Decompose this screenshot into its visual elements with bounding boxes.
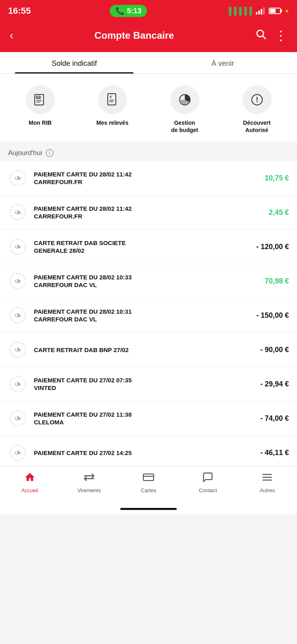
wifi-icon: ▐▐▐▐▐: [226, 7, 252, 15]
status-bar: 16:55 📞 5:13 ▐▐▐▐▐ ●: [0, 0, 297, 22]
autres-icon: [261, 472, 273, 485]
section-label: Aujourd'hui i: [0, 142, 297, 161]
transaction-icon: ↺ ✕: [8, 271, 27, 291]
transaction-amount: - 46,11 €: [260, 449, 289, 457]
svg-text:✕: ✕: [17, 416, 21, 421]
nav-autres[interactable]: Autres: [238, 472, 297, 493]
home-icon: [24, 472, 36, 485]
transaction-amount: - 150,00 €: [256, 311, 289, 320]
transactions-list: ↺ ✕ PAIEMENT CARTE DU 28/02 11:42CARREFO…: [0, 161, 297, 466]
svg-line-1: [263, 36, 265, 38]
table-row[interactable]: ↺ ✕ PAIEMENT CARTE DU 28/02 11:42CARREFO…: [0, 161, 297, 195]
signal-bars: [256, 7, 265, 15]
transaction-icon: ↺ ✕: [8, 374, 27, 394]
table-row[interactable]: ↺ ✕ PAIEMENT CARTE DU 28/02 10:31CARREFO…: [0, 298, 297, 333]
svg-text:✕: ✕: [17, 176, 21, 181]
table-row[interactable]: ↺ ✕ CARTE RETRAIT DAB BNP 27/02 - 90,00 …: [0, 333, 297, 367]
svg-text:✕: ✕: [17, 451, 21, 455]
page-title: Compte Bancaire: [94, 30, 174, 41]
search-button[interactable]: [255, 28, 266, 42]
tab-solde-indicatif[interactable]: Solde indicatif: [0, 52, 148, 73]
budget-icon-container: [170, 85, 199, 114]
nav-virements-label: Virements: [77, 487, 101, 493]
home-indicator-bar: [120, 508, 177, 510]
transaction-icon: ↺ ✕: [8, 203, 27, 222]
quick-action-budget[interactable]: Gestion de budget: [148, 85, 221, 134]
table-row[interactable]: ↺ ✕ CARTE RETRAIT DAB SOCIETEGENERALE 28…: [0, 230, 297, 264]
transaction-name: PAIEMENT CARTE DU 27/02 07:35Vinted: [34, 376, 254, 392]
transaction-amount: - 90,00 €: [260, 346, 289, 354]
transaction-amount: - 29,94 €: [260, 380, 289, 388]
nav-cartes[interactable]: Cartes: [119, 472, 178, 493]
transaction-details: CARTE RETRAIT DAB BNP 27/02: [34, 346, 254, 354]
transaction-icon: ↺ ✕: [8, 340, 27, 359]
nav-contact[interactable]: Contact: [178, 472, 238, 493]
status-time: 16:55: [8, 6, 31, 16]
transaction-icon: ↺ ✕: [8, 306, 27, 325]
table-row[interactable]: ↺ ✕ PAIEMENT CARTE DU 27/02 07:35Vinted …: [0, 367, 297, 401]
status-right: ▐▐▐▐▐ ●: [226, 7, 289, 15]
budget-label: Gestion de budget: [171, 119, 198, 134]
decouvert-icon-container: !: [243, 85, 272, 114]
transaction-details: PAIEMENT CARTE DU 27/02 07:35Vinted: [34, 376, 254, 392]
rib-icon: RIB: [33, 92, 48, 107]
transaction-name: PAIEMENT CARTE DU 27/02 11:38CLELOMA: [34, 411, 254, 426]
releves-label: Mes relevés: [96, 119, 128, 126]
transaction-name: CARTE RETRAIT DAB SOCIETEGENERALE 28/02: [34, 239, 250, 255]
phone-icon: 📞: [115, 6, 124, 15]
charging-dot: ●: [285, 7, 289, 15]
tabs: Solde indicatif À venir: [0, 52, 297, 74]
transaction-icon: ↺ ✕: [8, 237, 27, 256]
svg-text:✕: ✕: [17, 245, 21, 250]
svg-text:✕: ✕: [17, 210, 21, 215]
transaction-name: PAIEMENT CARTE DU 28/02 10:33CARREFOUR D…: [34, 273, 258, 289]
transaction-amount: 10,75 €: [265, 174, 289, 183]
nav-accueil[interactable]: Accueil: [0, 472, 59, 493]
signal-bar-4: [263, 7, 265, 15]
info-icon[interactable]: i: [46, 149, 54, 157]
nav-virements[interactable]: Virements: [59, 472, 119, 493]
budget-icon: [178, 92, 192, 107]
transaction-amount: 70,98 €: [265, 277, 289, 285]
more-button[interactable]: ⋮: [274, 29, 287, 42]
header-actions: ⋮: [255, 28, 287, 42]
transaction-amount: 2,45 €: [269, 208, 289, 217]
rib-label: Mon RIB: [29, 119, 52, 126]
table-row[interactable]: ↺ ✕ PAIEMENT CARTE DU 27/02 14:25 - 46,1…: [0, 436, 297, 466]
table-row[interactable]: ↺ ✕ PAIEMENT CARTE DU 28/02 11:42CARREFO…: [0, 195, 297, 230]
quick-action-decouvert[interactable]: ! Découvert Autorisé: [221, 85, 293, 134]
status-call: 📞 5:13: [110, 5, 147, 17]
nav-cartes-label: Cartes: [141, 487, 156, 493]
table-row[interactable]: ↺ ✕ PAIEMENT CARTE DU 27/02 11:38CLELOMA…: [0, 401, 297, 436]
transaction-icon: ↺ ✕: [8, 168, 27, 188]
nav-contact-label: Contact: [199, 487, 217, 493]
transaction-details: PAIEMENT CARTE DU 27/02 11:38CLELOMA: [34, 411, 254, 426]
transaction-details: PAIEMENT CARTE DU 28/02 11:42CARREFOUR.F…: [34, 170, 258, 186]
battery-icon: [269, 8, 281, 14]
transaction-details: PAIEMENT CARTE DU 28/02 11:42CARREFOUR.F…: [34, 205, 262, 220]
home-indicator: [0, 505, 297, 514]
back-button[interactable]: ‹: [10, 29, 13, 42]
releves-icon: €: [105, 92, 120, 107]
nav-autres-label: Autres: [260, 487, 275, 493]
virements-icon: [84, 472, 95, 485]
quick-action-rib[interactable]: RIB Mon RIB: [4, 85, 76, 134]
decouvert-icon: !: [250, 92, 264, 107]
nav-accueil-label: Accueil: [21, 487, 38, 493]
transaction-icon: ↺ ✕: [8, 443, 27, 462]
signal-bar-3: [261, 9, 262, 15]
transaction-amount: - 120,00 €: [256, 243, 289, 251]
cartes-icon: [143, 472, 154, 485]
battery-fill: [270, 9, 275, 13]
rib-icon-container: RIB: [26, 85, 55, 114]
tab-a-venir[interactable]: À venir: [148, 52, 297, 73]
quick-action-releves[interactable]: € Mes relevés: [76, 85, 148, 134]
svg-text:✕: ✕: [17, 382, 21, 387]
table-row[interactable]: ↺ ✕ PAIEMENT CARTE DU 28/02 10:33CARREFO…: [0, 264, 297, 298]
signal-bar-1: [256, 12, 257, 15]
transaction-details: PAIEMENT CARTE DU 28/02 10:31CARREFOUR D…: [34, 308, 250, 323]
quick-actions: RIB Mon RIB € Mes relevés Ge: [0, 74, 297, 142]
bottom-nav: Accueil Virements Cartes Contact: [0, 466, 297, 505]
contact-icon: [202, 472, 213, 485]
transaction-details: CARTE RETRAIT DAB SOCIETEGENERALE 28/02: [34, 239, 250, 255]
